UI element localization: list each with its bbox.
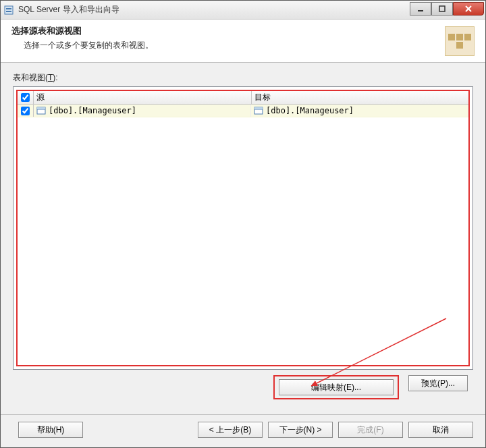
window-title: SQL Server 导入和导出向导 (18, 4, 119, 16)
svg-rect-9 (37, 107, 45, 109)
svg-rect-0 (5, 6, 13, 14)
window-buttons (410, 2, 484, 16)
wizard-window: SQL Server 导入和导出向导 选择源表和源视图 选择一个或多个要复制的表… (0, 0, 486, 448)
list-rows: [dbo].[Manageuser] [dbo].[Manageuser] (18, 105, 468, 365)
svg-rect-1 (6, 8, 11, 9)
cancel-button[interactable]: 取消 (408, 422, 473, 438)
titlebar: SQL Server 导入和导出向导 (1, 1, 485, 20)
close-button[interactable] (453, 2, 484, 16)
back-button[interactable]: < 上一步(B) (198, 422, 263, 438)
svg-rect-12 (254, 107, 263, 109)
svg-rect-4 (439, 6, 445, 11)
header-checkbox-cell[interactable] (18, 91, 34, 104)
next-button[interactable]: 下一步(N) > (268, 422, 333, 438)
list-columns-header: 源 目标 (18, 91, 468, 105)
column-header-source[interactable]: 源 (34, 91, 252, 104)
minimize-button[interactable] (410, 2, 431, 16)
list-label: 表和视图(T): (13, 72, 473, 84)
finish-button: 完成(F) (338, 422, 403, 438)
page-title: 选择源表和源视图 (11, 25, 475, 37)
select-all-checkbox[interactable] (21, 93, 30, 102)
svg-rect-2 (6, 11, 11, 12)
maximize-button[interactable] (431, 2, 453, 16)
edit-mapping-button[interactable]: 编辑映射(E)... (279, 379, 394, 395)
column-header-target[interactable]: 目标 (252, 91, 469, 104)
app-icon (3, 5, 14, 16)
table-icon (254, 106, 263, 115)
list-action-buttons: 编辑映射(E)... 预览(P)... (13, 370, 473, 406)
table-icon (36, 106, 46, 115)
page-subtitle: 选择一个或多个要复制的表和视图。 (11, 40, 475, 51)
preview-button[interactable]: 预览(P)... (408, 375, 468, 391)
header-panel: 选择源表和源视图 选择一个或多个要复制的表和视图。 (1, 20, 485, 63)
row-checkbox-cell[interactable] (18, 105, 34, 117)
table-row[interactable]: [dbo].[Manageuser] [dbo].[Manageuser] (18, 105, 468, 117)
wizard-nav-bar: 帮助(H) < 上一步(B) 下一步(N) > 完成(F) 取消 (1, 414, 485, 447)
row-target-cell: [dbo].[Manageuser] (251, 105, 468, 117)
header-decor-icon (445, 26, 475, 56)
tables-listbox[interactable]: 源 目标 [dbo].[Manageuser] (13, 86, 473, 370)
help-button[interactable]: 帮助(H) (18, 422, 83, 438)
body-area: 表和视图(T): 源 目标 (1, 63, 485, 414)
row-checkbox[interactable] (21, 107, 30, 115)
highlight-box: 编辑映射(E)... (273, 375, 399, 399)
row-source-cell: [dbo].[Manageuser] (34, 105, 251, 117)
